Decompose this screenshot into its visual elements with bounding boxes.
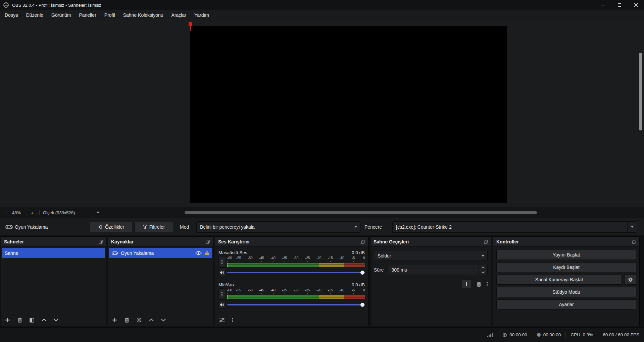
zoom-out-button[interactable]: − xyxy=(3,210,9,216)
menu-profil[interactable]: Profil xyxy=(100,10,119,20)
filters-button[interactable]: Filtreler xyxy=(134,222,173,232)
meter-tick-label: -60 xyxy=(227,256,232,260)
volume-meter: -60-55-50-45-40-35-30-25-20-15-10-50 xyxy=(227,256,365,268)
meter-tick-label: -15 xyxy=(328,256,333,260)
stepper-down-button[interactable] xyxy=(479,270,487,275)
window-label: Pencere xyxy=(364,224,382,230)
volume-meter: -60-55-50-45-40-35-30-25-20-15-10-50 xyxy=(227,288,365,300)
mixer-channel-desktop: Masaüstü Ses 0.0 dB -60-55-50-45-40-35-3… xyxy=(218,250,365,276)
close-button[interactable] xyxy=(628,0,644,10)
maximize-button[interactable] xyxy=(611,0,628,10)
mixer-channel-menu-button[interactable] xyxy=(218,288,225,300)
kebab-icon[interactable] xyxy=(487,282,488,283)
scale-dropdown-label[interactable]: Ölçek (939x528) xyxy=(43,210,75,215)
settings-button[interactable]: Ayarlar xyxy=(496,299,636,309)
remove-transition-icon[interactable] xyxy=(477,282,481,287)
record-time: 00:00:00 xyxy=(543,332,561,337)
stepper-up-button[interactable] xyxy=(479,265,487,270)
dock-popout-icon[interactable] xyxy=(99,240,103,244)
kebab-icon[interactable] xyxy=(232,318,233,319)
move-down-icon[interactable] xyxy=(54,319,58,322)
menu-sahne-koleksiyonu[interactable]: Sahne Koleksiyonu xyxy=(119,10,167,20)
start-virtual-camera-button[interactable]: Sanal Kamerayı Başlat xyxy=(496,275,622,285)
virtual-camera-settings-button[interactable] xyxy=(624,275,636,285)
volume-slider[interactable] xyxy=(227,302,365,307)
source-list-item[interactable]: Oyun Yakalama xyxy=(109,248,212,258)
window-controls xyxy=(595,0,644,10)
chevron-down-icon[interactable] xyxy=(97,212,99,214)
meter-bar-right xyxy=(227,265,365,267)
move-up-icon[interactable] xyxy=(149,319,154,322)
record-timer: 00:00:00 xyxy=(537,332,561,337)
volume-slider-knob[interactable] xyxy=(360,303,364,307)
scenes-panel-title: Sahneler xyxy=(4,239,24,244)
move-down-icon[interactable] xyxy=(161,319,166,322)
transitions-panel-header: Sahne Geçişleri xyxy=(370,237,491,247)
meter-bar-left xyxy=(227,295,365,297)
horizontal-scrollbar[interactable] xyxy=(185,211,537,214)
mute-button[interactable] xyxy=(218,301,225,308)
scene-list-item[interactable]: Sahne xyxy=(2,248,105,258)
meter-scale: -60-55-50-45-40-35-30-25-20-15-10-50 xyxy=(227,256,365,261)
dock-popout-icon[interactable] xyxy=(361,240,365,244)
start-streaming-button[interactable]: Yayını Başlat xyxy=(496,250,636,260)
dock-popout-icon[interactable] xyxy=(484,240,488,244)
menu-paneller[interactable]: Paneller xyxy=(75,10,100,20)
selected-source-name: Oyun Yakalama xyxy=(15,224,48,230)
scenes-panel: Sahneler Sahne xyxy=(1,236,106,326)
minimize-icon xyxy=(601,5,605,5)
add-transition-button[interactable] xyxy=(462,280,471,288)
mixer-panel-header: Ses Karıştırıcı xyxy=(215,237,368,247)
mute-button[interactable] xyxy=(218,269,225,276)
meter-tick-label: 0 xyxy=(363,288,365,292)
zoom-in-button[interactable]: + xyxy=(29,210,36,216)
properties-button[interactable]: Özellikler xyxy=(90,222,132,232)
add-source-icon[interactable] xyxy=(112,318,117,323)
studio-mode-button[interactable]: Stüdyo Modu xyxy=(496,287,636,297)
meter-tick-label: -40 xyxy=(270,256,275,260)
lock-icon[interactable] xyxy=(205,250,209,255)
remove-source-icon[interactable] xyxy=(125,318,129,323)
obs-logo-icon xyxy=(3,2,9,8)
menu-gorunum[interactable]: Görünüm xyxy=(47,10,75,20)
menu-dosya[interactable]: Dosya xyxy=(1,10,22,20)
mixer-channel-name: Mic/Aux xyxy=(218,282,235,287)
network-status xyxy=(487,333,493,337)
window-title: OBS 32.0.4 - Profil: İsimsiz - Sahneler:… xyxy=(12,3,101,8)
move-up-icon[interactable] xyxy=(42,319,46,322)
volume-slider[interactable] xyxy=(227,270,365,275)
kebab-icon xyxy=(221,292,222,293)
volume-slider-knob[interactable] xyxy=(360,271,364,275)
dock-popout-icon[interactable] xyxy=(206,240,210,244)
preview-canvas[interactable] xyxy=(190,26,507,203)
source-properties-gear-icon[interactable] xyxy=(137,318,142,323)
separator xyxy=(498,332,498,338)
dock-popout-icon[interactable] xyxy=(632,240,636,244)
scene-filters-icon[interactable] xyxy=(30,318,34,323)
menu-yardim[interactable]: Yardım xyxy=(190,10,213,20)
start-recording-button[interactable]: Kaydı Başlat xyxy=(496,262,636,272)
duration-spinbox[interactable]: 300 ms xyxy=(388,265,488,275)
signal-bars-icon xyxy=(487,333,493,337)
visibility-eye-icon[interactable] xyxy=(195,251,202,255)
transitions-body: Soldur Süre 300 ms xyxy=(370,247,491,288)
transition-select[interactable]: Soldur xyxy=(374,251,488,261)
add-scene-icon[interactable] xyxy=(5,318,10,323)
minimize-button[interactable] xyxy=(595,0,611,10)
capture-mode-select[interactable]: Belirli bir pencereyi yakala xyxy=(196,221,360,233)
filters-label: Filtreler xyxy=(149,224,165,230)
menu-duzenle[interactable]: Düzenle xyxy=(22,10,47,20)
transitions-panel-title: Sahne Geçişleri xyxy=(374,239,409,244)
vertical-scrollbar[interactable] xyxy=(639,53,642,130)
advanced-audio-sliders-icon[interactable] xyxy=(219,318,225,323)
menu-araclar[interactable]: Araçlar xyxy=(167,10,190,20)
meter-tick-label: -10 xyxy=(339,256,344,260)
mixer-channel-menu-button[interactable] xyxy=(218,256,225,268)
capture-window-select[interactable]: [cs2.exe]: Counter-Strike 2 xyxy=(392,221,637,233)
meter-scale: -60-55-50-45-40-35-30-25-20-15-10-50 xyxy=(227,288,365,293)
remove-scene-icon[interactable] xyxy=(17,318,22,323)
meter-tick-label: -25 xyxy=(305,288,310,292)
source-selection-handle[interactable] xyxy=(189,22,192,26)
meter-tick-label: -25 xyxy=(305,256,310,260)
meter-tick-label: -5 xyxy=(352,256,355,260)
